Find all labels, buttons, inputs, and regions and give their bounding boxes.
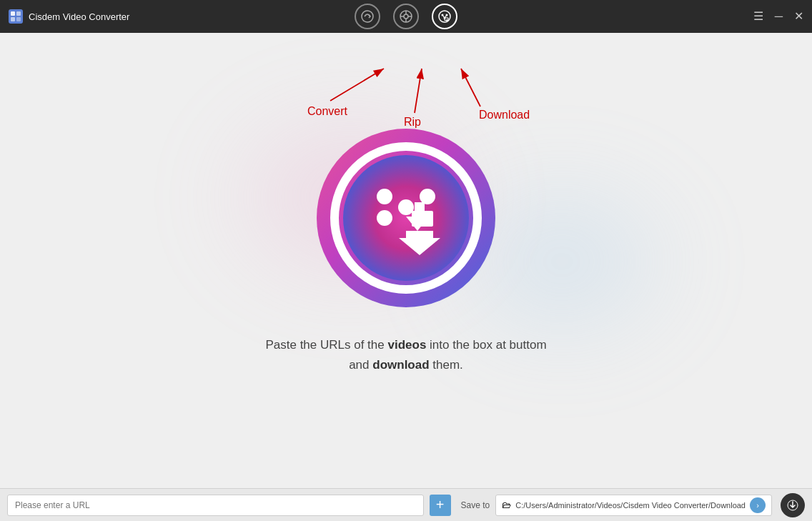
bottom-bar: + Save to 🗁 C:/Users/Administrator/Video…	[0, 488, 812, 521]
svg-point-26	[343, 155, 469, 281]
url-input[interactable]	[7, 495, 424, 516]
titlebar: Cisdem Video Converter	[0, 0, 812, 33]
menu-icon[interactable]: ☰	[753, 11, 763, 22]
tab-rip[interactable]	[393, 4, 419, 29]
save-to-label: Save to	[461, 500, 490, 510]
svg-point-30	[377, 210, 392, 226]
svg-rect-34	[415, 202, 425, 217]
svg-line-21	[415, 69, 422, 113]
svg-rect-2	[16, 11, 21, 16]
svg-point-28	[377, 189, 392, 204]
svg-rect-3	[11, 17, 15, 21]
download-action-button[interactable]	[781, 493, 805, 517]
window-controls: ☰ ─ ✕	[753, 11, 803, 22]
minimize-icon[interactable]: ─	[775, 11, 783, 22]
close-icon[interactable]: ✕	[794, 11, 803, 22]
svg-rect-4	[16, 17, 21, 21]
app-title: Cisdem Video Converter	[29, 11, 129, 22]
svg-line-19	[330, 69, 384, 101]
path-arrow-button[interactable]: ›	[750, 497, 766, 513]
main-content: Convert Rip Download	[0, 33, 812, 488]
svg-point-7	[404, 14, 408, 19]
svg-point-29	[420, 189, 435, 204]
svg-rect-1	[11, 11, 15, 16]
instruction-text: Paste the URLs of the videos into the bo…	[265, 335, 546, 374]
save-path-text: C:/Users/Administrator/Videos/Cisdem Vid…	[515, 501, 746, 510]
add-url-button[interactable]: +	[430, 495, 451, 516]
svg-text:Convert: Convert	[307, 105, 348, 117]
tab-download[interactable]	[432, 4, 457, 29]
tab-convert[interactable]	[355, 4, 380, 29]
svg-line-23	[461, 69, 480, 106]
tab-bar	[355, 4, 457, 29]
app-logo	[9, 9, 23, 24]
save-path-box[interactable]: 🗁 C:/Users/Administrator/Videos/Cisdem V…	[495, 495, 772, 516]
svg-text:Download: Download	[479, 109, 530, 121]
folder-icon: 🗁	[502, 500, 511, 510]
center-hero-icon	[313, 125, 499, 314]
svg-point-27	[398, 199, 414, 215]
svg-rect-0	[9, 9, 23, 24]
svg-point-5	[362, 11, 373, 22]
